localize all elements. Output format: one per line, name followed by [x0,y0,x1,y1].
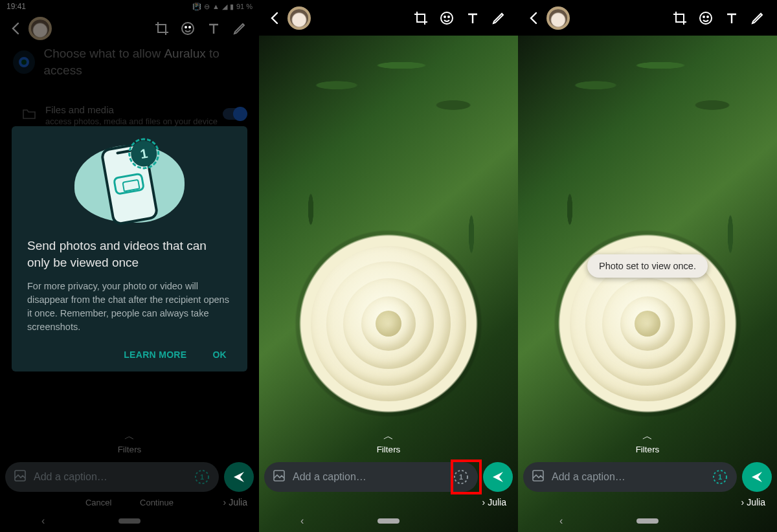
nav-back[interactable]: ‹ [0,515,86,527]
ok-button[interactable]: OK [212,349,227,360]
signal-icon: ◢ [222,3,227,11]
crop-icon [413,10,429,26]
emoji-icon [698,10,714,26]
back-button[interactable] [524,10,544,26]
svg-point-1 [185,27,186,28]
dnd-icon: ⊖ [204,3,210,11]
emoji-button[interactable] [693,5,719,31]
preview-photo[interactable] [259,36,518,532]
screenshot-2-view-once-button: ︿ Filters 1 ›Julia ‹ [259,0,518,532]
gallery-icon[interactable] [272,469,286,485]
crop-button[interactable] [408,5,434,31]
draw-button[interactable] [227,16,253,41]
contact-avatar[interactable] [287,6,311,30]
filters-handle[interactable]: ︿ Filters [0,430,259,454]
explainer-title: Send photos and videos that can only be … [27,238,232,271]
send-button[interactable] [742,462,772,492]
emoji-button[interactable] [175,16,201,41]
view-once-toggle[interactable]: 1 [452,468,470,486]
nav-back[interactable]: ‹ [259,515,345,527]
pencil-icon [232,21,247,36]
text-icon [465,10,480,26]
recipient-chip[interactable]: ›Julia [223,497,247,507]
filters-label: Filters [118,445,142,454]
caption-input[interactable] [552,471,704,483]
crop-button[interactable] [149,16,175,41]
filters-label: Filters [636,445,660,454]
text-icon [724,10,739,26]
learn-more-button[interactable]: LEARN MORE [124,349,186,360]
arrow-left-icon [267,10,283,26]
arrow-left-icon [526,10,542,26]
android-navbar: ‹ [518,510,777,532]
view-once-explainer-card: 1 Send photos and videos that can only b… [12,126,247,371]
emoji-icon [439,10,455,26]
chevron-right-icon: › [223,497,227,507]
contact-avatar[interactable] [546,6,570,30]
draw-button[interactable] [486,5,512,31]
caption-input-container[interactable]: 1 [5,462,219,492]
status-time: 19:41 [6,2,26,11]
svg-text:1: 1 [459,473,463,481]
text-button[interactable] [201,16,227,41]
svg-text:1: 1 [200,473,204,481]
gallery-icon[interactable] [531,469,545,485]
screenshot-1-view-once-intro: 19:41 📳 ⊖ ▲ ◢ ▮ 91 % [0,0,259,532]
battery-icon: ▮ [230,3,234,11]
crop-button[interactable] [667,5,693,31]
permission-dialog-buttons: Cancel Continue [0,498,259,507]
emoji-button[interactable] [434,5,460,31]
nav-home[interactable] [604,518,690,524]
nav-home[interactable] [345,518,431,524]
caption-input[interactable] [34,471,186,483]
continue-button[interactable]: Continue [140,498,174,507]
cancel-button[interactable]: Cancel [85,498,111,507]
draw-button[interactable] [745,5,771,31]
text-button[interactable] [719,5,745,31]
caption-input-container[interactable]: 1 [264,462,478,492]
recipient-chip[interactable]: ›Julia [741,497,765,507]
send-icon [750,470,764,484]
preview-photo[interactable] [518,36,777,532]
editor-topbar [259,0,518,36]
crop-icon [154,21,170,36]
text-button[interactable] [460,5,486,31]
back-button[interactable] [6,21,26,36]
text-icon [206,21,221,36]
wifi-icon: ▲ [212,3,220,10]
arrow-left-icon [8,21,24,36]
crop-icon [672,10,688,26]
nav-home[interactable] [86,518,172,524]
nav-back[interactable]: ‹ [518,515,604,527]
pencil-icon [750,10,765,26]
chevron-up-icon: ︿ [518,430,777,443]
svg-point-13 [703,16,704,17]
svg-point-7 [444,16,445,17]
svg-point-12 [700,12,712,24]
view-once-toggle[interactable]: 1 [193,468,211,486]
filters-handle[interactable]: ︿ Filters [518,430,777,454]
caption-input-container[interactable]: 1 [523,462,737,492]
gallery-icon[interactable] [13,469,27,485]
contact-avatar[interactable] [28,17,52,40]
svg-point-14 [707,16,708,17]
send-button[interactable] [224,462,254,492]
chevron-right-icon: › [482,497,486,507]
view-once-toast: Photo set to view once. [587,254,708,278]
android-navbar: ‹ [259,510,518,532]
view-once-toggle[interactable]: 1 [711,468,729,486]
chevron-up-icon: ︿ [0,430,259,443]
send-button[interactable] [483,462,513,492]
vibrate-icon: 📳 [192,3,201,11]
status-bar: 19:41 📳 ⊖ ▲ ◢ ▮ 91 % [0,0,259,13]
svg-point-6 [441,12,453,24]
recipient-chip[interactable]: ›Julia [482,497,506,507]
chevron-up-icon: ︿ [259,430,518,443]
explainer-body: For more privacy, your photo or video wi… [27,280,232,334]
chevron-right-icon: › [741,497,745,507]
send-icon [232,470,246,484]
caption-input[interactable] [293,471,445,483]
svg-point-8 [448,16,449,17]
back-button[interactable] [265,10,285,26]
filters-handle[interactable]: ︿ Filters [259,430,518,454]
